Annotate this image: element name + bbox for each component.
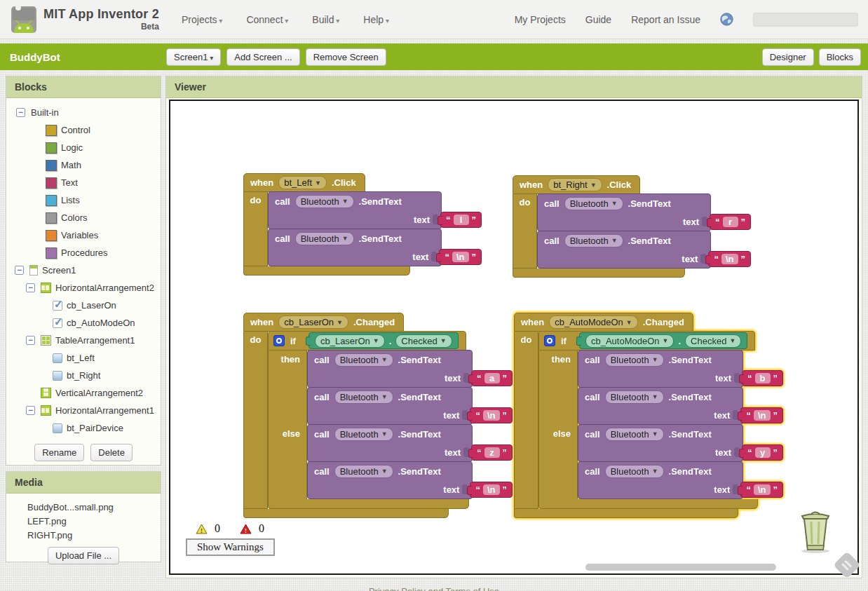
component-dropdown[interactable]: Bluetooth▼ xyxy=(334,428,393,441)
when-event-block[interactable]: whenbt_Right▼.ClickdocallBluetooth▼.Send… xyxy=(513,175,711,278)
collapse-toggle-icon[interactable]: − xyxy=(26,283,35,292)
call-block[interactable]: callBluetooth▼.SendTexttext“\n” xyxy=(307,387,473,425)
text-string-block[interactable]: “z” xyxy=(471,444,513,461)
delete-button[interactable]: Delete xyxy=(90,444,133,461)
property-dropdown[interactable]: Checked▼ xyxy=(395,334,452,348)
text-value-field[interactable]: \n xyxy=(483,484,500,495)
link-guide[interactable]: Guide xyxy=(585,14,611,25)
rename-button[interactable]: Rename xyxy=(34,444,84,461)
value-socket[interactable] xyxy=(433,215,438,224)
call-block[interactable]: callBluetooth▼.SendTexttext“r” xyxy=(537,193,711,231)
text-string-block[interactable]: “\n” xyxy=(470,482,513,498)
component-dropdown[interactable]: cb_AutoModeOn▼ xyxy=(549,315,638,329)
component-dropdown[interactable]: Bluetooth▼ xyxy=(605,428,664,441)
menu-projects[interactable]: Projects xyxy=(182,14,222,25)
media-file[interactable]: RIGHT.png xyxy=(27,529,161,543)
component-dropdown[interactable]: Bluetooth▼ xyxy=(334,353,393,367)
text-value-field[interactable]: l xyxy=(454,215,469,225)
tree-item-horizontalarrangement1[interactable]: −HorizontalArrangement1 xyxy=(6,402,161,419)
call-block[interactable]: callBluetooth▼.SendTexttext“b” xyxy=(578,350,743,388)
value-socket[interactable] xyxy=(734,373,739,383)
tree-item-variables[interactable]: Variables xyxy=(6,226,161,244)
value-socket[interactable] xyxy=(431,252,436,261)
text-string-block[interactable]: “\n” xyxy=(708,251,751,267)
text-value-field[interactable]: b xyxy=(755,373,771,383)
value-socket[interactable] xyxy=(702,217,707,226)
component-dropdown[interactable]: Bluetooth▼ xyxy=(334,390,393,404)
call-block[interactable]: callBluetooth▼.SendTexttext“\n” xyxy=(537,231,711,269)
tree-item-cb_laseron[interactable]: cb_LaserOn xyxy=(6,297,161,314)
property-getter-block[interactable]: cb_AutoModeOn▼.Checked▼ xyxy=(579,332,747,349)
component-dropdown[interactable]: cb_AutoModeOn▼ xyxy=(585,334,674,348)
component-dropdown[interactable]: Bluetooth▼ xyxy=(564,234,623,247)
component-dropdown[interactable]: Bluetooth▼ xyxy=(295,195,354,208)
call-block[interactable]: callBluetooth▼.SendTexttext“\n” xyxy=(268,229,442,266)
tree-item-bt_right[interactable]: bt_Right xyxy=(6,367,161,384)
value-socket[interactable] xyxy=(734,447,739,457)
error-icon[interactable]: ! xyxy=(240,524,252,534)
call-block[interactable]: callBluetooth▼.SendTexttext“a” xyxy=(307,350,473,388)
value-socket[interactable] xyxy=(462,410,467,420)
app-logo[interactable]: MIT App Inventor 2 Beta xyxy=(10,5,161,34)
menu-help[interactable]: Help xyxy=(363,14,389,25)
text-value-field[interactable]: \n xyxy=(754,410,771,421)
collapse-toggle-icon[interactable]: − xyxy=(16,108,25,117)
call-block[interactable]: callBluetooth▼.SendTexttext“l” xyxy=(268,191,442,229)
show-warnings-button[interactable]: Show Warnings xyxy=(186,538,275,556)
tree-item-horizontalarrangement2[interactable]: −HorizontalArrangement2 xyxy=(6,279,161,297)
trash-can-icon[interactable] xyxy=(797,509,834,554)
text-value-field[interactable]: z xyxy=(484,447,500,458)
property-dropdown[interactable]: Checked▼ xyxy=(685,334,741,348)
collapse-toggle-icon[interactable]: − xyxy=(15,266,24,275)
tree-item-bt_left[interactable]: bt_Left xyxy=(6,349,161,367)
media-file[interactable]: LEFT.png xyxy=(27,515,161,529)
tree-item-bt_pairdevice[interactable]: bt_PairDevice xyxy=(6,419,161,437)
component-dropdown[interactable]: Bluetooth▼ xyxy=(334,465,393,478)
property-getter-block[interactable]: cb_LaserOn▼.Checked▼ xyxy=(308,332,459,349)
component-dropdown[interactable]: Bluetooth▼ xyxy=(564,197,623,210)
add-screen-button[interactable]: Add Screen ... xyxy=(226,48,299,66)
footer-link[interactable]: Privacy Policy and Terms of Use xyxy=(369,586,499,591)
call-block[interactable]: callBluetooth▼.SendTexttext“\n” xyxy=(578,461,743,499)
if-block[interactable]: ifcb_LaserOn▼.Checked▼thencallBluetooth▼… xyxy=(268,331,473,509)
text-string-block[interactable]: “r” xyxy=(710,214,751,230)
tree-item-verticalarrangement2[interactable]: VerticalArrangement2 xyxy=(6,384,161,402)
when-event-block[interactable]: whenbt_Left▼.ClickdocallBluetooth▼.SendT… xyxy=(243,173,442,276)
text-value-field[interactable]: \n xyxy=(721,254,738,264)
link-report-issue[interactable]: Report an Issue xyxy=(631,14,700,25)
component-dropdown[interactable]: bt_Left▼ xyxy=(278,176,327,189)
warning-icon[interactable]: ! xyxy=(196,524,208,534)
horizontal-scrollbar[interactable] xyxy=(585,564,776,571)
text-value-field[interactable]: r xyxy=(723,217,738,227)
tree-item-control[interactable]: Control xyxy=(6,121,161,139)
tree-item-procedures[interactable]: Procedures xyxy=(6,244,161,261)
text-string-block[interactable]: “b” xyxy=(742,370,783,386)
text-string-block[interactable]: “\n” xyxy=(439,249,482,265)
component-dropdown[interactable]: bt_Right▼ xyxy=(548,178,602,191)
text-string-block[interactable]: “y” xyxy=(742,444,783,461)
value-socket[interactable] xyxy=(733,410,738,420)
tree-item-logic[interactable]: Logic xyxy=(6,139,161,156)
if-block[interactable]: ifcb_AutoModeOn▼.Checked▼thencallBluetoo… xyxy=(538,331,758,509)
designer-view-button[interactable]: Designer xyxy=(762,48,814,66)
tree-item-colors[interactable]: Colors xyxy=(6,209,161,226)
call-block[interactable]: callBluetooth▼.SendTexttext“\n” xyxy=(307,461,473,499)
screen-selector-dropdown[interactable]: Screen1 xyxy=(166,48,221,66)
text-string-block[interactable]: “l” xyxy=(440,212,482,228)
tree-item-built-in[interactable]: −Built-in xyxy=(6,104,161,121)
text-string-block[interactable]: “\n” xyxy=(470,407,513,423)
text-string-block[interactable]: “\n” xyxy=(740,482,783,498)
menu-build[interactable]: Build xyxy=(312,14,339,25)
text-value-field[interactable]: \n xyxy=(754,484,771,495)
value-socket[interactable] xyxy=(463,373,468,383)
blocks-view-button[interactable]: Blocks xyxy=(819,48,861,66)
remove-screen-button[interactable]: Remove Screen xyxy=(306,48,386,66)
component-dropdown[interactable]: Bluetooth▼ xyxy=(295,232,354,245)
collapse-toggle-icon[interactable]: − xyxy=(26,336,35,345)
collapse-toggle-icon[interactable]: − xyxy=(26,406,35,415)
component-dropdown[interactable]: cb_LaserOn▼ xyxy=(315,334,385,348)
text-string-block[interactable]: “a” xyxy=(471,370,513,386)
tree-item-tablearrangement1[interactable]: −TableArrangement1 xyxy=(6,332,161,349)
tree-item-screen1[interactable]: −Screen1 xyxy=(6,261,161,279)
tree-item-lists[interactable]: Lists xyxy=(6,191,161,209)
